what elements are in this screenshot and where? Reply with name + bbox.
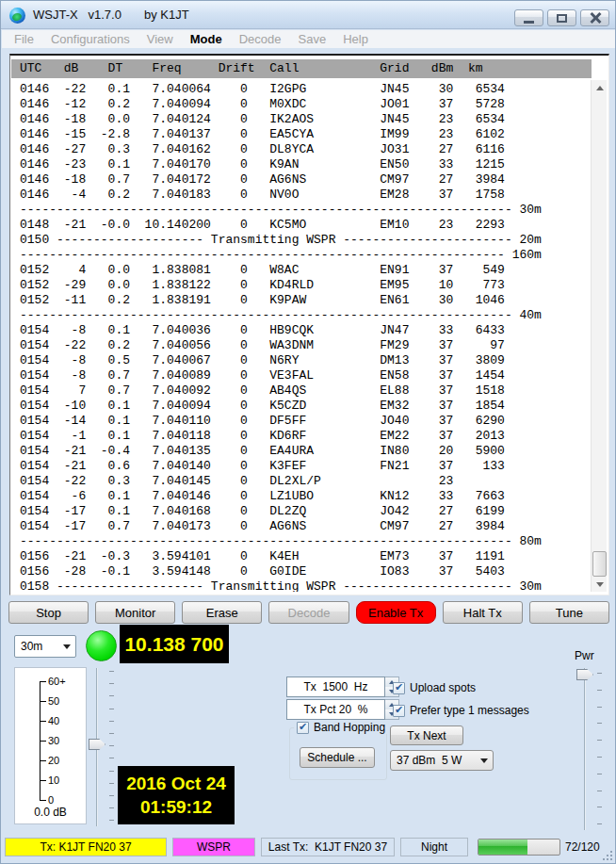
stop-button[interactable]: Stop bbox=[8, 601, 89, 624]
decode-row[interactable]: 0146 -23 0.1 7.040170 0 K9AN EN50 33 121… bbox=[11, 157, 588, 172]
resize-grip[interactable] bbox=[603, 851, 612, 860]
band-separator-row[interactable]: ----------------------------------------… bbox=[11, 534, 588, 549]
decode-row[interactable]: 0154 -6 0.1 7.040146 0 LZ1UBO KN12 33 76… bbox=[11, 489, 588, 504]
menu-item-mode[interactable]: Mode bbox=[182, 32, 231, 46]
tx-power-select[interactable]: 37 dBm 5 W bbox=[390, 750, 494, 771]
pwr-slider[interactable] bbox=[572, 666, 602, 832]
decode-row[interactable]: 0146 -18 0.7 7.040172 0 AG6NS CM97 27 39… bbox=[11, 172, 588, 187]
decode-row[interactable]: 0146 -4 0.2 7.040183 0 NV0O EM28 37 1758 bbox=[11, 187, 588, 203]
app-icon bbox=[9, 8, 25, 24]
slider-tick bbox=[597, 707, 602, 708]
scroll-up-button[interactable] bbox=[592, 80, 608, 95]
enable-tx-button[interactable]: Enable Tx bbox=[356, 601, 436, 624]
decode-row[interactable]: 0146 -12 0.2 7.040094 0 M0XDC JO01 37 57… bbox=[11, 97, 588, 112]
tune-button[interactable]: Tune bbox=[529, 601, 609, 624]
transmit-period-row[interactable]: 0158 -------------------- Transmitting W… bbox=[11, 579, 588, 592]
upload-spots-checkbox[interactable]: ✔ bbox=[393, 682, 405, 694]
slider-tick bbox=[597, 807, 602, 807]
decode-row[interactable]: 0152 -11 0.2 1.838191 0 K9PAW EN61 30 10… bbox=[11, 293, 588, 308]
decode-button[interactable]: Decode bbox=[268, 601, 349, 624]
scroll-down-icon bbox=[596, 582, 604, 587]
check-icon: ✔ bbox=[395, 705, 403, 715]
check-icon: ✔ bbox=[299, 722, 307, 732]
decode-row[interactable]: 0154 -10 0.1 7.040094 0 K5CZD EM32 37 18… bbox=[11, 399, 588, 414]
slider-thumb[interactable] bbox=[89, 739, 105, 750]
decode-row[interactable]: 0154 -14 0.1 7.040110 0 DF5FF JO40 37 62… bbox=[11, 414, 588, 429]
decode-row[interactable]: 0154 -8 0.5 7.040067 0 N6RY DM13 37 3809 bbox=[11, 353, 588, 368]
transmit-period-row[interactable]: 0150 -------------------- Transmitting W… bbox=[11, 233, 588, 248]
status-period: Night bbox=[400, 838, 468, 856]
table-scrollbar[interactable] bbox=[591, 80, 607, 592]
prefer-type1-row: ✔ Prefer type 1 messages bbox=[393, 704, 529, 717]
band-separator-row[interactable]: ----------------------------------------… bbox=[11, 308, 588, 323]
rx-gain-slider[interactable] bbox=[86, 666, 116, 828]
erase-button[interactable]: Erase bbox=[182, 601, 262, 624]
slider-tick bbox=[597, 740, 602, 741]
tx-next-button[interactable]: Tx Next bbox=[390, 725, 463, 745]
menu-item-view[interactable]: View bbox=[138, 32, 182, 46]
wsjtx-window: WSJT-X v1.7.0by K1JT FileConfigurationsV… bbox=[0, 0, 616, 864]
upload-spots-row: ✔ Upload spots bbox=[393, 681, 476, 694]
halt-tx-button[interactable]: Halt Tx bbox=[443, 601, 523, 624]
decode-row[interactable]: 0154 -8 0.1 7.040036 0 HB9CQK JN47 33 64… bbox=[11, 323, 588, 338]
decode-row[interactable]: 0154 -22 0.2 7.040056 0 WA3DNM FM29 37 9… bbox=[11, 338, 588, 353]
meter-value: 0.0 dB bbox=[15, 806, 86, 819]
decode-row[interactable]: 0156 -28 -0.1 3.594148 0 G0IDE IO83 37 5… bbox=[11, 564, 588, 579]
decode-row[interactable]: 0148 -21 -0.0 10.140200 0 KC5MO EM10 23 … bbox=[11, 218, 588, 233]
slider-tick bbox=[109, 771, 114, 772]
band-separator-row[interactable]: ----------------------------------------… bbox=[11, 248, 588, 263]
menu-item-decode[interactable]: Decode bbox=[231, 32, 290, 46]
close-icon bbox=[590, 12, 601, 24]
decode-row[interactable]: 0154 -17 0.7 7.040173 0 AG6NS CM97 27 39… bbox=[11, 519, 588, 534]
slider-thumb[interactable] bbox=[576, 669, 593, 680]
tx-frequency-spinbox[interactable]: Tx 1500 Hz bbox=[286, 677, 399, 697]
decode-row[interactable]: 0152 4 0.0 1.838081 0 W8AC EN91 37 549 bbox=[11, 263, 588, 278]
prefer-type1-label[interactable]: Prefer type 1 messages bbox=[410, 704, 529, 717]
scroll-down-button[interactable] bbox=[592, 577, 608, 592]
menu-item-save[interactable]: Save bbox=[290, 32, 335, 46]
maximize-button[interactable] bbox=[547, 9, 576, 26]
decode-row[interactable]: 0154 -21 -0.4 7.040135 0 EA4URA IN80 20 … bbox=[11, 444, 588, 459]
menu-item-configurations[interactable]: Configurations bbox=[42, 32, 138, 46]
schedule-button[interactable]: Schedule ... bbox=[300, 747, 375, 768]
decode-row[interactable]: 0154 -21 0.6 7.040140 0 K3FEF FN21 37 13… bbox=[11, 459, 588, 474]
decode-row[interactable]: 0156 -21 -0.3 3.594101 0 K4EH EM73 37 11… bbox=[11, 549, 588, 564]
tx-pct-spinbox[interactable]: Tx Pct 20 % bbox=[286, 699, 399, 720]
decode-row[interactable]: 0154 -8 0.7 7.040089 0 VE3FAL EN58 37 14… bbox=[11, 368, 588, 383]
decode-row[interactable]: 0154 7 0.7 7.040092 0 AB4QS EL88 37 1518 bbox=[11, 383, 588, 399]
tx-pct-value[interactable]: Tx Pct 20 % bbox=[286, 699, 385, 720]
menu-item-file[interactable]: File bbox=[6, 32, 42, 46]
meter-tick bbox=[40, 721, 46, 722]
close-button[interactable] bbox=[580, 9, 609, 26]
chevron-down-icon bbox=[63, 644, 71, 649]
decode-row[interactable]: 0154 -1 0.1 7.040118 0 KD6RF EM22 37 201… bbox=[11, 429, 588, 444]
tx-frequency-value[interactable]: Tx 1500 Hz bbox=[286, 677, 385, 697]
minimize-button[interactable] bbox=[514, 9, 543, 26]
band-hopping-checkbox[interactable]: ✔ bbox=[297, 722, 309, 734]
slider-tick bbox=[597, 690, 602, 691]
band-hopping-label[interactable]: Band Hopping bbox=[314, 721, 385, 734]
scroll-thumb[interactable] bbox=[592, 551, 607, 577]
decode-row[interactable]: 0146 -22 0.1 7.040064 0 I2GPG JN45 30 65… bbox=[11, 82, 588, 97]
decode-row[interactable]: 0146 -18 0.0 7.040124 0 IK2AOS JN45 23 6… bbox=[11, 112, 588, 127]
menu-item-help[interactable]: Help bbox=[334, 32, 377, 46]
band-select[interactable]: 30m bbox=[14, 635, 76, 658]
titlebar: WSJT-X v1.7.0by K1JT bbox=[1, 1, 615, 29]
decode-row[interactable]: 0154 -22 0.3 7.040145 0 DL2XL/P 23 bbox=[11, 474, 588, 489]
upload-spots-label[interactable]: Upload spots bbox=[410, 681, 476, 694]
monitor-button[interactable]: Monitor bbox=[95, 601, 175, 624]
status-tx-message: Tx: K1JT FN20 37 bbox=[5, 838, 167, 856]
slider-tick bbox=[597, 723, 602, 724]
decode-row[interactable]: 0152 -29 0.0 1.838122 0 KD4RLD EM95 10 7… bbox=[11, 278, 588, 293]
band-separator-row[interactable]: ----------------------------------------… bbox=[11, 203, 588, 218]
table-rows[interactable]: 0146 -22 0.1 7.040064 0 I2GPG JN45 30 65… bbox=[11, 82, 588, 592]
meter-tick-label: 30 bbox=[48, 735, 59, 746]
decode-row[interactable]: 0146 -15 -2.8 7.040137 0 EA5CYA IM99 23 … bbox=[11, 127, 588, 142]
progress-label: 72/120 bbox=[565, 840, 600, 854]
window-controls bbox=[514, 9, 609, 26]
main-button-row: StopMonitorEraseDecodeEnable TxHalt TxTu… bbox=[8, 601, 609, 624]
decode-row[interactable]: 0146 -27 0.3 7.040162 0 DL8YCA JO31 27 6… bbox=[11, 142, 588, 157]
prefer-type1-checkbox[interactable]: ✔ bbox=[393, 705, 405, 717]
decode-row[interactable]: 0154 -17 0.1 7.040168 0 DL2ZQ JO42 27 61… bbox=[11, 504, 588, 519]
slider-groove[interactable] bbox=[584, 668, 586, 830]
